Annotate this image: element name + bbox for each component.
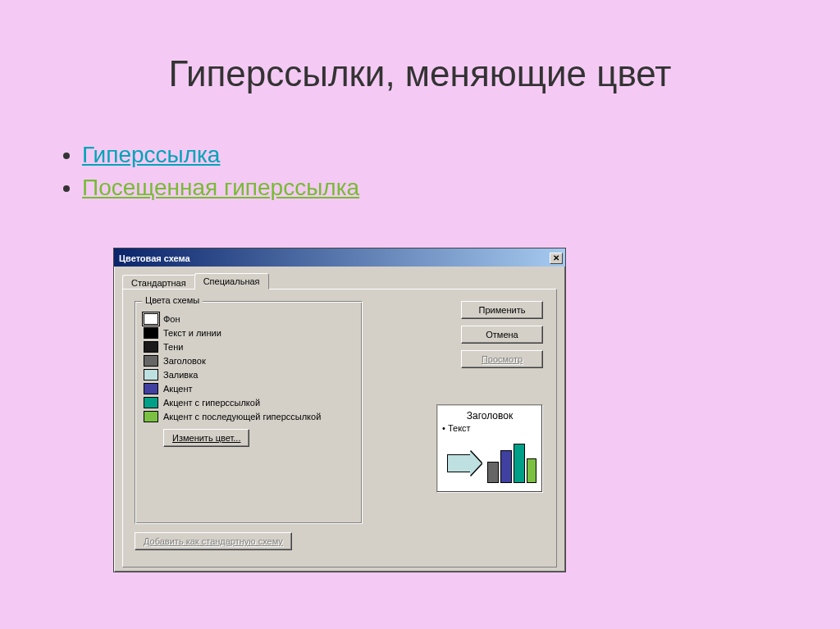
color-label: Фон — [163, 314, 180, 324]
swatch-shadows — [144, 341, 158, 353]
cancel-button[interactable]: Отмена — [461, 326, 543, 344]
preview-button[interactable]: Просмотр — [461, 350, 543, 368]
color-row-text[interactable]: Текст и линии — [144, 327, 354, 339]
apply-button[interactable]: Применить — [461, 301, 543, 319]
visited-hyperlink-example[interactable]: Посещенная гиперссылка — [82, 175, 359, 200]
color-label: Акцент с последующей гиперссылкой — [163, 412, 321, 422]
color-list: Фон Текст и линии Тени Заголовок — [144, 313, 354, 422]
bar-chart-icon — [514, 444, 525, 483]
hyperlink-example[interactable]: Гиперссылка — [82, 142, 220, 167]
action-buttons: Применить Отмена Просмотр — [461, 301, 543, 368]
color-label: Текст и линии — [163, 328, 221, 338]
color-label: Заголовок — [163, 356, 206, 366]
preview-panel: Заголовок • Текст — [436, 404, 543, 493]
swatch-hyperlink — [144, 397, 158, 408]
swatch-background — [144, 313, 158, 325]
preview-title: Заголовок — [442, 410, 537, 422]
color-row-accent[interactable]: Акцент — [144, 383, 354, 394]
bullet-list: Гиперссылка Посещенная гиперссылка — [0, 142, 840, 201]
bar-chart-icon — [500, 450, 512, 483]
slide-title: Гиперссылки, меняющие цвет — [0, 0, 840, 119]
color-label: Тени — [163, 342, 183, 352]
swatch-fill — [144, 369, 158, 381]
color-row-hyperlink[interactable]: Акцент с гиперссылкой — [144, 397, 354, 408]
dialog-title: Цветовая схема — [119, 253, 190, 263]
add-as-standard-button[interactable]: Добавить как стандартную схему — [135, 532, 292, 550]
swatch-text — [144, 327, 158, 339]
color-scheme-dialog: Цветовая схема ✕ Стандартная Специальная… — [113, 248, 566, 572]
color-label: Заливка — [163, 370, 198, 380]
color-row-followed-hyperlink[interactable]: Акцент с последующей гиперссылкой — [144, 411, 354, 422]
color-row-background[interactable]: Фон — [144, 313, 354, 325]
bullet-item-2: Посещенная гиперссылка — [82, 175, 840, 201]
swatch-title — [144, 355, 158, 367]
dialog-body: Стандартная Специальная Цвета схемы Фон … — [114, 267, 565, 572]
tab-standard[interactable]: Стандартная — [122, 275, 195, 289]
group-title: Цвета схемы — [142, 295, 203, 305]
preview-art — [442, 438, 537, 483]
color-row-fill[interactable]: Заливка — [144, 369, 354, 381]
bar-chart-icon — [527, 458, 536, 483]
dialog-titlebar: Цветовая схема ✕ — [114, 248, 565, 267]
bar-chart-icon — [487, 462, 499, 483]
preview-text: • Текст — [442, 423, 537, 433]
swatch-followed-hyperlink — [144, 411, 158, 422]
tab-strip: Стандартная Специальная — [122, 273, 557, 289]
close-button[interactable]: ✕ — [550, 253, 563, 264]
scheme-colors-group: Цвета схемы Фон Текст и линии Тени — [135, 301, 363, 524]
bullet-item-1: Гиперссылка — [82, 142, 840, 168]
color-row-shadows[interactable]: Тени — [144, 341, 354, 353]
color-label: Акцент — [163, 384, 193, 394]
color-label: Акцент с гиперссылкой — [163, 398, 260, 408]
arrow-shape-icon — [447, 454, 480, 472]
color-row-title[interactable]: Заголовок — [144, 355, 354, 367]
swatch-accent — [144, 383, 158, 394]
change-color-button[interactable]: Изменить цвет... — [163, 429, 249, 447]
tab-content: Цвета схемы Фон Текст и линии Тени — [122, 289, 557, 567]
tab-special[interactable]: Специальная — [194, 273, 269, 289]
